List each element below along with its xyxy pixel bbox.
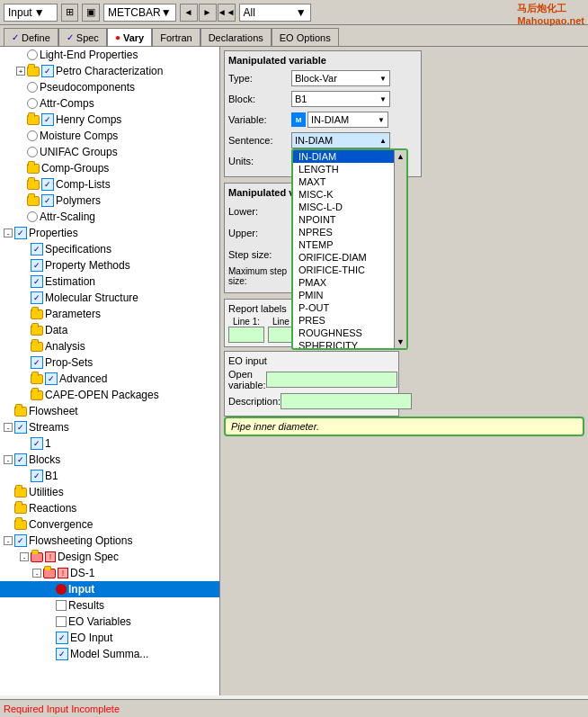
sentence-select-arrow: ▲ [379,137,387,145]
toolbar: Input ▼ ⊞ ▣ METCBAR ▼ ◄ ► ◄◄ All ▼ 马后炮化工… [0,0,588,25]
sentence-dropdown-item[interactable]: ORIFICE-THIC [293,264,394,276]
check-icon [31,470,43,482]
sentence-dropdown-item[interactable]: PMIN [293,289,394,301]
tree-item[interactable]: EO Input [0,630,219,646]
report-line1-col: Line 1: [228,317,264,343]
sentence-dropdown-item[interactable]: MISC-L-D [293,201,394,213]
tree-item[interactable]: Parameters [0,306,219,322]
tab-eo-options[interactable]: EO Options [272,28,339,46]
tree-item[interactable]: Reactions [0,500,219,516]
tree-item[interactable]: Prop-Sets [0,354,219,371]
nav-forward-btn[interactable]: ► [199,4,217,22]
tree-item[interactable]: Advanced [0,371,219,387]
tree-item-label: Model Summa... [70,648,148,660]
dropdown-scroll-down[interactable]: ▼ [395,336,406,348]
tree-item[interactable]: CAPE-OPEN Packages [0,387,219,403]
tab-define[interactable]: ✓ Define [4,28,58,46]
block-select[interactable]: B1 ▼ [291,91,390,107]
tree-item[interactable]: +Petro Characterization [0,63,219,79]
tree-item[interactable]: Specifications [0,241,219,257]
tree-item[interactable]: EO Variables [0,614,219,630]
icon-btn-2[interactable]: ▣ [82,4,100,22]
tree-item[interactable]: Moisture Comps [0,128,219,144]
tree-item[interactable]: -Flowsheeting Options [0,533,219,549]
tree-item[interactable]: Polymers [0,193,219,209]
upper-label: Upper: [228,228,291,238]
expand-btn[interactable]: - [4,536,13,545]
check-icon [41,194,54,207]
sentence-dropdown-item[interactable]: PRES [293,314,394,327]
tree-panel: Light-End Properties+Petro Characterizat… [0,47,220,695]
sentence-dropdown-item[interactable]: IN-DIAM [293,150,394,163]
expand-btn[interactable]: - [20,552,29,561]
tree-item[interactable]: Molecular Structure [0,290,219,306]
sentence-dropdown-item[interactable]: NTEMP [293,238,394,251]
tree-item[interactable]: UNIFAC Groups [0,144,219,160]
red-check-icon: ! [58,568,68,578]
tree-item[interactable]: Comp-Lists [0,176,219,193]
manipulated-variable-title: Manipulated variable [228,55,417,66]
tree-item-label: EO Variables [68,615,131,628]
expand-btn[interactable]: - [4,423,13,432]
tree-item[interactable]: -!Design Spec [0,549,219,565]
description-input[interactable] [281,393,412,409]
sentence-select[interactable]: IN-DIAM ▲ [291,132,390,148]
tree-item[interactable]: Input [0,581,219,597]
icon-btn-1[interactable]: ⊞ [61,4,78,22]
tab-declarations[interactable]: Declarations [200,28,272,46]
sentence-dropdown-item[interactable]: MAXT [293,175,394,188]
tree-item[interactable]: -Streams [0,419,219,435]
tree-item[interactable]: Attr-Comps [0,95,219,112]
sentence-dropdown-item[interactable]: ROUGHNESS [293,327,394,339]
metcbar-dropdown[interactable]: METCBAR ▼ [103,4,176,22]
tree-item[interactable]: -Properties [0,225,219,241]
sentence-dropdown-item[interactable]: P-OUT [293,301,394,314]
sentence-dropdown-item[interactable]: NPOINT [293,213,394,226]
open-variable-input[interactable] [266,372,397,388]
sentence-dropdown-item[interactable]: ORIFICE-DIAM [293,251,394,264]
expand-btn[interactable]: - [32,569,41,578]
tree-item[interactable]: Estimation [0,273,219,290]
tab-spec[interactable]: ✓ Spec [58,28,107,46]
nav-collapse-btn[interactable]: ◄◄ [218,4,236,22]
tree-item-label: Polymers [56,194,101,207]
tree-item-label: Properties [29,227,78,239]
tree-item[interactable]: Pseudocomponents [0,79,219,95]
tree-item[interactable]: Results [0,597,219,614]
tree-item[interactable]: Analysis [0,338,219,354]
tab-fortran[interactable]: Fortran [152,28,200,46]
tree-item[interactable]: B1 [0,468,219,484]
tree-item[interactable]: Flowsheet [0,403,219,419]
tree-item[interactable]: Property Methods [0,257,219,273]
tree-item[interactable]: Henry Comps [0,112,219,128]
type-select[interactable]: Block-Var ▼ [291,70,390,86]
tree-item[interactable]: 1 [0,435,219,452]
tree-item[interactable]: Comp-Groups [0,160,219,176]
tree-item[interactable]: Light-End Properties [0,47,219,63]
tree-item-label: Property Methods [45,259,130,272]
dropdown-scroll-up[interactable]: ▲ [395,150,406,163]
check-icon [45,372,58,385]
sentence-dropdown-item[interactable]: NPRES [293,226,394,238]
expand-btn[interactable]: - [4,229,13,238]
check-icon [41,178,54,191]
tree-item[interactable]: -!DS-1 [0,565,219,581]
sentence-dropdown-item[interactable]: MISC-K [293,188,394,201]
tree-item[interactable]: Data [0,322,219,338]
all-dropdown[interactable]: All ▼ [239,4,311,22]
input-dropdown[interactable]: Input ▼ [4,4,58,22]
sentence-dropdown-item[interactable]: LENGTH [293,163,394,175]
tree-item[interactable]: Attr-Scaling [0,209,219,225]
sentence-dropdown-item[interactable]: SPHERICITY [293,339,394,348]
tab-vary[interactable]: ● Vary [107,28,152,46]
report-line1-input[interactable] [228,327,264,343]
expand-btn[interactable]: - [4,455,13,464]
tree-item[interactable]: -Blocks [0,452,219,468]
sentence-dropdown-item[interactable]: PMAX [293,276,394,289]
expand-btn[interactable]: + [16,67,25,76]
tree-item[interactable]: Model Summa... [0,646,219,662]
tree-item[interactable]: Utilities [0,484,219,500]
nav-back-btn[interactable]: ◄ [180,4,198,22]
tree-item[interactable]: Convergence [0,516,219,533]
variable-select[interactable]: IN-DIAM ▼ [307,112,388,128]
